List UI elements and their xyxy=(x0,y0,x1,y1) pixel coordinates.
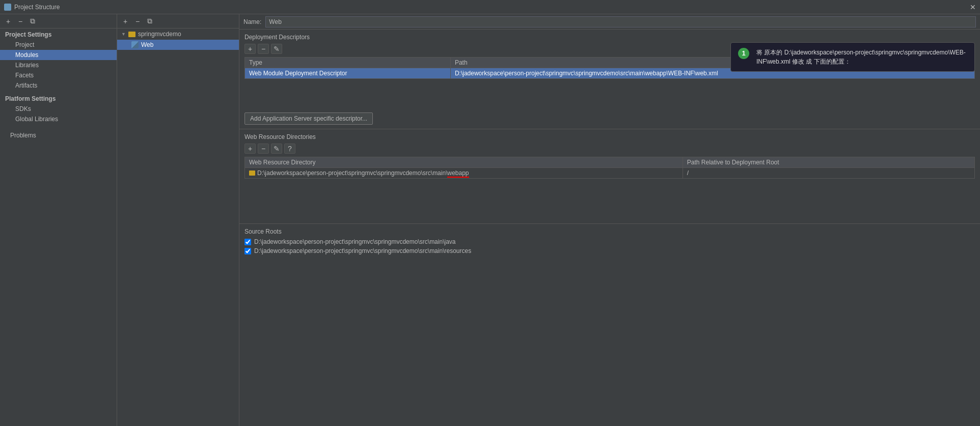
wr-rel-col-header: Path Relative to Deployment Root xyxy=(683,157,974,168)
main-layout: + − ⧉ Project Settings Project Modules L… xyxy=(0,14,980,426)
section-platform-settings: Platform Settings xyxy=(0,94,117,104)
tooltip-bubble: 1 将 原本的 D:\jadeworkspace\person-project\… xyxy=(730,42,975,72)
sidebar-item-sdks[interactable]: SDKs xyxy=(0,104,117,114)
web-resource-table: Web Resource Directory Path Relative to … xyxy=(244,157,975,179)
title-bar-left: Project Structure xyxy=(4,4,60,11)
sidebar-item-global-libraries[interactable]: Global Libraries xyxy=(0,114,117,124)
sidebar-item-libraries[interactable]: Libraries xyxy=(0,60,117,70)
wr-dir-cell: D:\jadeworkspace\person-project\springmv… xyxy=(245,168,683,179)
tooltip-header: 1 将 原本的 D:\jadeworkspace\person-project\… xyxy=(738,48,967,66)
app-icon xyxy=(4,4,11,11)
section-project-settings: Project Settings xyxy=(0,30,117,40)
folder-icon xyxy=(128,32,135,37)
module-child-item[interactable]: Web xyxy=(117,40,239,50)
source-roots-title: Source Roots xyxy=(244,228,975,235)
source-root-path-0: D:\jadeworkspace\person-project\springmv… xyxy=(254,238,455,245)
type-col-header: Type xyxy=(245,58,451,68)
table-cell-type: Web Module Deployment Descriptor xyxy=(245,68,451,79)
wr-edit-btn[interactable]: ✎ xyxy=(271,144,282,154)
module-root-item[interactable]: ▼ springmvcdemo xyxy=(117,29,239,40)
name-label: Name: xyxy=(243,18,261,25)
remove-button[interactable]: − xyxy=(15,16,25,26)
wr-add-btn[interactable]: + xyxy=(244,144,256,154)
web-res-path: D:\jadeworkspace\person-project\springmv… xyxy=(249,169,678,177)
table-row[interactable]: D:\jadeworkspace\person-project\springmv… xyxy=(245,168,975,179)
deployment-descriptors-title: Deployment Descriptors xyxy=(244,34,975,41)
module-copy-btn[interactable]: ⧉ xyxy=(145,16,155,26)
dd-add-btn[interactable]: + xyxy=(244,44,256,54)
window-title: Project Structure xyxy=(14,4,60,11)
content-panel: Name: Deployment Descriptors + − ✎ xyxy=(239,14,980,426)
source-root-checkbox-1[interactable] xyxy=(244,248,251,254)
folder-icon xyxy=(249,171,255,176)
sidebar-item-problems[interactable]: Problems xyxy=(0,130,117,140)
sidebar-item-project[interactable]: Project xyxy=(0,40,117,50)
tooltip-text: 将 原本的 D:\jadeworkspace\person-project\sp… xyxy=(756,48,967,66)
web-icon xyxy=(131,41,139,48)
tooltip-number: 1 xyxy=(738,48,749,59)
title-bar: Project Structure ✕ xyxy=(0,0,980,14)
web-resource-section: Web Resource Directories + − ✎ ? Web Res… xyxy=(239,129,980,224)
module-remove-btn[interactable]: − xyxy=(132,16,143,26)
sidebar-item-facets[interactable]: Facets xyxy=(0,70,117,80)
wr-dir-value: D:\jadeworkspace\person-project\springmv… xyxy=(257,169,469,177)
source-roots-section: Source Roots D:\jadeworkspace\person-pro… xyxy=(239,224,980,261)
name-input[interactable] xyxy=(265,16,976,27)
add-button[interactable]: + xyxy=(3,16,13,26)
module-child-label: Web xyxy=(141,41,153,48)
path-value: D:\jadeworkspace\person-project\springmv… xyxy=(455,70,718,77)
copy-button[interactable]: ⧉ xyxy=(28,16,38,26)
wr-remove-btn[interactable]: − xyxy=(258,144,269,154)
web-resource-title: Web Resource Directories xyxy=(244,133,975,140)
sidebar-toolbar: + − ⧉ xyxy=(0,14,117,29)
source-root-path-1: D:\jadeworkspace\person-project\springmv… xyxy=(254,247,471,254)
source-root-checkbox-0[interactable] xyxy=(244,239,251,245)
module-root-label: springmvcdemo xyxy=(138,31,181,38)
module-toolbar: + − ⧉ xyxy=(117,14,239,29)
sidebar: + − ⧉ Project Settings Project Modules L… xyxy=(0,14,117,426)
sidebar-tree: Project Settings Project Modules Librari… xyxy=(0,29,117,426)
module-tree: + − ⧉ ▼ springmvcdemo Web xyxy=(117,14,239,426)
dd-edit-btn[interactable]: ✎ xyxy=(271,44,282,54)
dd-remove-btn[interactable]: − xyxy=(258,44,269,54)
underline-span: webapp xyxy=(447,169,469,178)
sidebar-item-modules[interactable]: Modules xyxy=(0,50,117,60)
add-descriptor-button[interactable]: Add Application Server specific descript… xyxy=(244,112,373,125)
right-area: + − ⧉ ▼ springmvcdemo Web Name: xyxy=(117,14,980,426)
wr-dir-col-header: Web Resource Directory xyxy=(245,157,683,168)
web-resource-toolbar: + − ✎ ? xyxy=(244,144,975,154)
source-root-item-0: D:\jadeworkspace\person-project\springmv… xyxy=(244,238,975,245)
name-bar: Name: xyxy=(239,14,980,30)
section-area: Deployment Descriptors + − ✎ Type Path xyxy=(239,30,980,426)
chevron-down-icon: ▼ xyxy=(121,32,126,37)
wr-help-btn[interactable]: ? xyxy=(284,144,295,154)
module-add-btn[interactable]: + xyxy=(120,16,130,26)
close-button[interactable]: ✕ xyxy=(970,3,976,11)
wr-rel-cell: / xyxy=(683,168,974,179)
sidebar-item-artifacts[interactable]: Artifacts xyxy=(0,80,117,91)
source-root-item-1: D:\jadeworkspace\person-project\springmv… xyxy=(244,247,975,254)
